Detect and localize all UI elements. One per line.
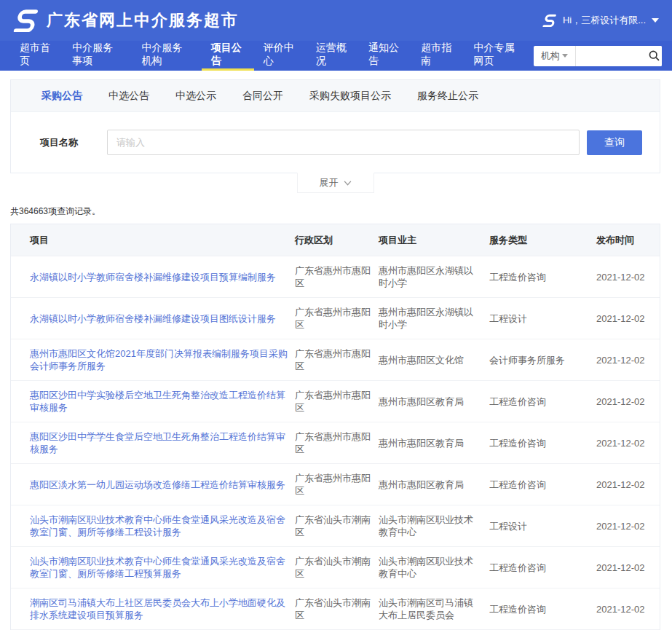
type-cell: 工程造价咨询 bbox=[489, 470, 596, 499]
table-row: 惠阳区沙田中学学生食堂后空地卫生死角整治工程造价结算审核服务 广东省惠州市惠阳区… bbox=[11, 422, 660, 464]
region-cell: 广东省汕头市潮南区 bbox=[295, 505, 379, 546]
user-logo-icon bbox=[542, 14, 557, 27]
table-row: 惠阳区沙田中学实验楼后空地卫生死角整治改造工程造价结算审核服务 广东省惠州市惠阳… bbox=[11, 381, 660, 422]
owner-cell: 汕头市潮南区司马浦镇大布上居民委员会 bbox=[379, 588, 489, 629]
caret-down-icon bbox=[652, 18, 659, 23]
type-cell: 会计师事务所服务 bbox=[489, 346, 596, 374]
date-cell: 2021-12-02 bbox=[596, 304, 660, 333]
chevron-down-icon bbox=[344, 181, 352, 186]
owner-cell: 惠州市惠阳区教育局 bbox=[379, 387, 489, 416]
project-link[interactable]: 惠阳区沙田中学学生食堂后空地卫生死角整治工程造价结算审核服务 bbox=[30, 422, 295, 463]
table-row: 惠阳区淡水第一幼儿园运动场改造修缮工程造价结算审核服务 广东省惠州市惠阳区 惠州… bbox=[11, 464, 660, 505]
tab-failed-procurement[interactable]: 采购失败项目公示 bbox=[296, 90, 404, 103]
tab-service-termination[interactable]: 服务终止公示 bbox=[404, 90, 491, 103]
date-cell: 2021-12-02 bbox=[596, 554, 660, 582]
search-category-select[interactable]: 机构 bbox=[534, 46, 576, 66]
select-caret-icon bbox=[562, 54, 568, 58]
tab-selection-announcement[interactable]: 中选公告 bbox=[95, 90, 162, 103]
owner-cell: 惠州市惠阳区教育局 bbox=[379, 429, 489, 457]
region-cell: 广东省惠州市惠阳区 bbox=[295, 256, 379, 297]
nav-item-agencies[interactable]: 中介服务机构 bbox=[132, 41, 201, 71]
type-cell: 工程设计 bbox=[489, 512, 596, 540]
col-header-date: 发布时间 bbox=[596, 224, 660, 256]
project-link[interactable]: 惠州市惠阳区文化馆2021年度部门决算报表编制服务项目采购会计师事务所服务 bbox=[30, 339, 295, 380]
owner-cell: 汕头市潮南区职业技术教育中心 bbox=[379, 505, 489, 546]
table-row: 永湖镇以时小学教师宿舍楼补漏维修建设项目图纸设计服务 广东省惠州市惠阳区 惠州市… bbox=[11, 298, 660, 339]
user-menu[interactable]: Hi，三桥设计有限... bbox=[542, 14, 659, 27]
user-greeting: Hi，三桥设计有限... bbox=[563, 14, 646, 27]
global-search: 机构 bbox=[534, 46, 662, 66]
table-header-row: 项目 行政区划 项目业主 服务类型 发布时间 bbox=[11, 224, 660, 256]
main-navigation: 超市首页 中介服务事项 中介服务机构 项目公告 评价中心 运营概况 通知公告 超… bbox=[0, 41, 672, 71]
col-header-type: 服务类型 bbox=[489, 224, 596, 256]
owner-cell: 惠州市惠阳区教育局 bbox=[379, 470, 489, 499]
tab-selection-publicity[interactable]: 中选公示 bbox=[162, 90, 229, 103]
col-header-region: 行政区划 bbox=[295, 224, 379, 256]
project-name-input[interactable] bbox=[107, 130, 580, 155]
search-icon bbox=[648, 50, 660, 62]
table-row: 汕头市潮南区职业技术教育中心师生食堂通风采光改造及宿舍教室门窗、厕所等修缮工程设… bbox=[11, 505, 660, 547]
search-form: 项目名称 查询 bbox=[11, 112, 660, 173]
project-link[interactable]: 惠阳区沙田中学实验楼后空地卫生死角整治改造工程造价结算审核服务 bbox=[30, 381, 295, 422]
global-search-button[interactable] bbox=[646, 46, 662, 66]
col-header-project: 项目 bbox=[30, 224, 295, 256]
col-header-owner: 项目业主 bbox=[379, 224, 489, 256]
region-cell: 广东省惠州市惠阳区 bbox=[295, 298, 379, 339]
owner-cell: 惠州市惠阳区文化馆 bbox=[379, 346, 489, 374]
table-row: 潮南区司马浦镇大布上社区居民委员会大布上小学地面硬化及排水系统建设项目预算服务 … bbox=[11, 588, 660, 630]
type-cell: 工程造价咨询 bbox=[489, 595, 596, 623]
project-link[interactable]: 永湖镇以时小学教师宿舍楼补漏维修建设项目预算编制服务 bbox=[30, 263, 295, 291]
owner-cell: 惠州市惠阳区永湖镇以时小学 bbox=[379, 298, 489, 339]
announcement-panel: 采购公告 中选公告 中选公示 合同公开 采购失败项目公示 服务终止公示 项目名称… bbox=[10, 79, 660, 173]
brand-logo-icon bbox=[13, 9, 39, 32]
expand-label: 展开 bbox=[320, 176, 339, 189]
owner-cell: 汕头市潮南区职业技术教育中心 bbox=[379, 547, 489, 588]
region-cell: 广东省惠州市惠阳区 bbox=[295, 339, 379, 380]
project-name-label: 项目名称 bbox=[40, 136, 107, 149]
table-row: 惠州市惠阳区文化馆2021年度部门决算报表编制服务项目采购会计师事务所服务 广东… bbox=[11, 339, 660, 381]
table-row: 汕头市潮南区职业技术教育中心师生食堂通风采光改造及宿舍教室门窗、厕所等修缮工程预… bbox=[11, 547, 660, 588]
date-cell: 2021-12-02 bbox=[596, 595, 660, 623]
project-link[interactable]: 潮南区司马浦镇大布上社区居民委员会大布上小学地面硬化及排水系统建设项目预算服务 bbox=[30, 588, 295, 629]
nav-item-agency-pages[interactable]: 中介专属网页 bbox=[464, 41, 533, 71]
date-cell: 2021-12-02 bbox=[596, 387, 660, 416]
region-cell: 广东省惠州市惠阳区 bbox=[295, 464, 379, 505]
type-cell: 工程造价咨询 bbox=[489, 554, 596, 582]
region-cell: 广东省汕头市潮南区 bbox=[295, 547, 379, 588]
search-category-value: 机构 bbox=[541, 50, 560, 63]
type-cell: 工程造价咨询 bbox=[489, 429, 596, 457]
project-link[interactable]: 惠阳区淡水第一幼儿园运动场改造修缮工程造价结算审核服务 bbox=[30, 470, 295, 499]
site-title: 广东省网上中介服务超市 bbox=[47, 9, 239, 31]
date-cell: 2021-12-02 bbox=[596, 470, 660, 499]
type-cell: 工程造价咨询 bbox=[489, 387, 596, 416]
type-cell: 工程设计 bbox=[489, 304, 596, 333]
announcement-tabs: 采购公告 中选公告 中选公示 合同公开 采购失败项目公示 服务终止公示 bbox=[11, 80, 660, 112]
project-link[interactable]: 汕头市潮南区职业技术教育中心师生食堂通风采光改造及宿舍教室门窗、厕所等修缮工程设… bbox=[30, 505, 295, 546]
region-cell: 广东省惠州市惠阳区 bbox=[295, 381, 379, 422]
query-button[interactable]: 查询 bbox=[587, 130, 642, 155]
nav-item-operations-overview[interactable]: 运营概况 bbox=[307, 41, 359, 71]
project-link[interactable]: 汕头市潮南区职业技术教育中心师生食堂通风采光改造及宿舍教室门窗、厕所等修缮工程预… bbox=[30, 547, 295, 588]
nav-item-evaluation-center[interactable]: 评价中心 bbox=[254, 41, 307, 71]
region-cell: 广东省汕头市潮南区 bbox=[295, 588, 379, 629]
nav-item-service-items[interactable]: 中介服务事项 bbox=[63, 41, 132, 71]
owner-cell: 惠州市惠阳区永湖镇以时小学 bbox=[379, 256, 489, 297]
global-search-input[interactable] bbox=[576, 46, 646, 66]
project-link[interactable]: 永湖镇以时小学教师宿舍楼补漏维修建设项目图纸设计服务 bbox=[30, 304, 295, 333]
type-cell: 工程造价咨询 bbox=[489, 263, 596, 291]
top-header: 广东省网上中介服务超市 Hi，三桥设计有限... bbox=[0, 0, 672, 41]
tab-contract-disclosure[interactable]: 合同公开 bbox=[229, 90, 296, 103]
date-cell: 2021-12-02 bbox=[596, 512, 660, 540]
nav-item-guide[interactable]: 超市指南 bbox=[411, 41, 464, 71]
region-cell: 广东省惠州市惠阳区 bbox=[295, 422, 379, 463]
date-cell: 2021-12-02 bbox=[596, 429, 660, 457]
expand-toggle[interactable]: 展开 bbox=[297, 173, 374, 193]
results-table: 项目 行政区划 项目业主 服务类型 发布时间 永湖镇以时小学教师宿舍楼补漏维修建… bbox=[10, 224, 660, 630]
nav-item-home[interactable]: 超市首页 bbox=[10, 41, 63, 71]
date-cell: 2021-12-02 bbox=[596, 263, 660, 291]
nav-item-notices[interactable]: 通知公告 bbox=[359, 41, 411, 71]
tab-procurement-announcement[interactable]: 采购公告 bbox=[28, 90, 95, 103]
result-count: 共364663项查询记录。 bbox=[10, 205, 662, 218]
nav-item-project-announcements[interactable]: 项目公告 bbox=[202, 41, 254, 71]
table-row: 永湖镇以时小学教师宿舍楼补漏维修建设项目预算编制服务 广东省惠州市惠阳区 惠州市… bbox=[11, 256, 660, 298]
